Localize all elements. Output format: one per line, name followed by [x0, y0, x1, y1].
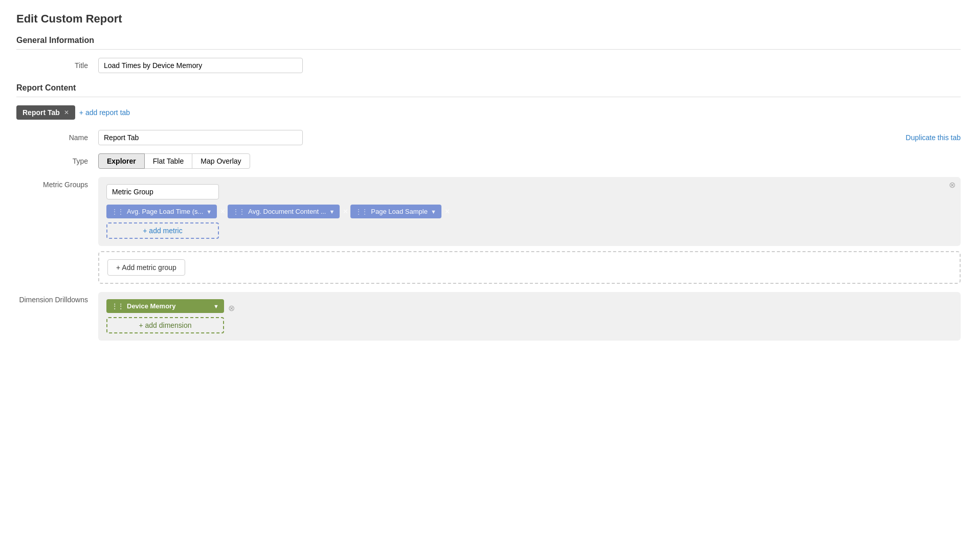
page-title: Edit Custom Report — [16, 12, 961, 26]
metric-close-icon-2[interactable]: ✕ — [445, 208, 450, 215]
name-row: Name Duplicate this tab — [16, 130, 961, 145]
metric-groups-area: ⊗ ⋮⋮ Avg. Page Load Time (s... ▼ ✕ ⋮⋮ Av… — [98, 177, 961, 284]
dimension-drilldowns-row: Dimension Drilldowns ⋮⋮ Device Memory ▼ … — [16, 292, 961, 341]
type-button-group: Explorer Flat Table Map Overlay — [98, 153, 250, 169]
metric-name-0: Avg. Page Load Time (s... — [127, 208, 203, 215]
type-label: Type — [16, 153, 98, 165]
metrics-row: ⋮⋮ Avg. Page Load Time (s... ▼ ✕ ⋮⋮ Avg.… — [106, 205, 952, 218]
dimension-row-0: ⋮⋮ Device Memory ▼ ⊗ — [106, 299, 952, 317]
add-metric-group-box: + Add metric group — [98, 251, 961, 284]
metric-name-2: Page Load Sample — [371, 208, 428, 215]
metric-group-box: ⊗ ⋮⋮ Avg. Page Load Time (s... ▼ ✕ ⋮⋮ Av… — [98, 177, 961, 246]
dim-dropdown-icon-0[interactable]: ▼ — [213, 303, 219, 309]
dimension-drilldowns-label: Dimension Drilldowns — [16, 292, 98, 304]
metric-group-name-input[interactable] — [106, 184, 219, 199]
metric-pill-1[interactable]: ⋮⋮ Avg. Document Content ... ▼ — [228, 205, 340, 218]
report-tab-pill[interactable]: Report Tab ✕ — [16, 105, 75, 120]
tab-name-input[interactable] — [98, 130, 303, 145]
tabs-row: Report Tab ✕ + add report tab — [16, 105, 961, 120]
metric-name-1: Avg. Document Content ... — [248, 208, 326, 215]
add-report-tab-link[interactable]: + add report tab — [79, 108, 130, 117]
dimension-name-0: Device Memory — [127, 302, 210, 310]
type-row: Type Explorer Flat Table Map Overlay — [16, 153, 961, 169]
report-tab-label: Report Tab — [23, 108, 60, 117]
duplicate-tab-link[interactable]: Duplicate this tab — [906, 130, 961, 142]
add-metric-button[interactable]: + add metric — [106, 222, 219, 239]
metric-close-icon-0[interactable]: ✕ — [220, 208, 226, 215]
type-btn-flat-table[interactable]: Flat Table — [144, 153, 192, 169]
report-content-divider — [16, 97, 961, 97]
general-info-section-title: General Information — [16, 36, 961, 45]
add-dimension-button[interactable]: + add dimension — [106, 317, 224, 333]
dimension-area: ⋮⋮ Device Memory ▼ ⊗ + add dimension — [98, 292, 961, 341]
metric-dropdown-icon-2[interactable]: ▼ — [431, 209, 436, 215]
metric-pill-0[interactable]: ⋮⋮ Avg. Page Load Time (s... ▼ — [106, 205, 217, 218]
title-label: Title — [16, 58, 98, 70]
drag-handle-icon-0: ⋮⋮ — [112, 208, 124, 215]
type-btn-explorer[interactable]: Explorer — [98, 153, 145, 169]
drag-handle-icon-1: ⋮⋮ — [233, 208, 245, 215]
metric-group-close-icon[interactable]: ⊗ — [949, 181, 956, 189]
metric-groups-row: Metric Groups ⊗ ⋮⋮ Avg. Page Load Time (… — [16, 177, 961, 284]
dim-drag-handle-icon-0: ⋮⋮ — [112, 303, 124, 310]
metric-dropdown-icon-0[interactable]: ▼ — [206, 209, 212, 215]
metric-groups-label: Metric Groups — [16, 177, 98, 189]
report-content-section-title: Report Content — [16, 83, 961, 93]
title-input[interactable] — [98, 58, 303, 73]
name-label: Name — [16, 130, 98, 142]
metric-pill-2[interactable]: ⋮⋮ Page Load Sample ▼ — [350, 205, 441, 218]
dimension-close-icon-0[interactable]: ⊗ — [228, 303, 235, 313]
dimension-pill-0[interactable]: ⋮⋮ Device Memory ▼ — [106, 299, 224, 313]
metric-dropdown-icon-1[interactable]: ▼ — [329, 209, 335, 215]
metric-close-icon-1[interactable]: ✕ — [343, 208, 348, 215]
drag-handle-icon-2: ⋮⋮ — [356, 208, 368, 215]
report-tab-close-icon[interactable]: ✕ — [64, 109, 69, 116]
add-metric-group-button[interactable]: + Add metric group — [107, 259, 185, 276]
general-info-divider — [16, 49, 961, 50]
type-btn-map-overlay[interactable]: Map Overlay — [192, 153, 250, 169]
